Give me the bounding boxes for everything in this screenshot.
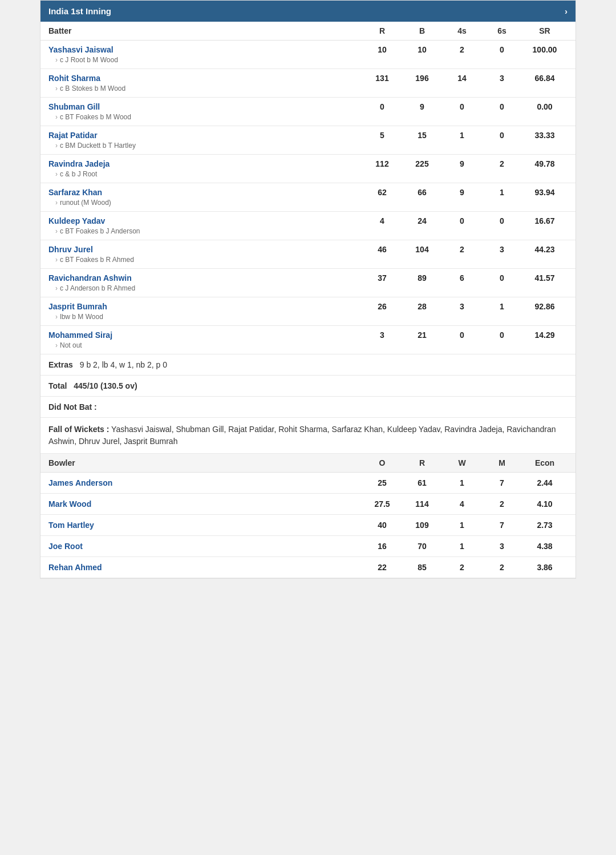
batter-name[interactable]: Shubman Gill [48,102,362,111]
batter-fours: 1 [442,131,482,140]
bowler-econ: 2.44 [522,478,568,487]
bowler-runs: 85 [402,563,442,572]
batter-balls: 104 [402,245,442,254]
col-6s: 6s [482,26,522,35]
table-row: Yashasvi Jaiswal 10 10 2 0 100.00 c J Ro… [40,41,576,69]
batter-name[interactable]: Dhruv Jurel [48,245,362,254]
col-b: B [402,26,442,35]
bowler-econ: 3.86 [522,563,568,572]
col-r-bowl: R [402,458,442,467]
table-row: Dhruv Jurel 46 104 2 3 44.23 c BT Foakes… [40,240,576,269]
batter-name[interactable]: Mohammed Siraj [48,330,362,340]
fow-row: Fall of Wickets : Yashasvi Jaiswal, Shub… [40,418,576,454]
batter-fours: 0 [442,216,482,225]
batter-sixes: 1 [482,188,522,197]
bowler-overs: 16 [362,542,402,551]
batter-name[interactable]: Ravichandran Ashwin [48,273,362,283]
batter-runs: 10 [362,45,402,54]
scorecard-header: India 1st Inning › [40,1,576,22]
batter-dismissal: c BT Foakes b M Wood [48,113,568,121]
extras-detail: b 2, lb 4, w 1, nb 2, p 0 [86,360,167,369]
batter-name[interactable]: Ravindra Jadeja [48,159,362,168]
bowler-overs: 40 [362,521,402,530]
table-row: Mark Wood 27.5 114 4 2 4.10 [40,494,576,515]
batter-runs: 0 [362,102,402,111]
table-row: James Anderson 25 61 1 7 2.44 [40,473,576,494]
bowler-runs: 70 [402,542,442,551]
total-score: 445/10 (130.5 ov) [74,381,137,390]
bowler-overs: 22 [362,563,402,572]
table-row: Jasprit Bumrah 26 28 3 1 92.86 lbw b M W… [40,297,576,326]
bowler-name[interactable]: Joe Root [48,542,362,551]
batter-runs: 131 [362,74,402,83]
table-row: Rehan Ahmed 22 85 2 2 3.86 [40,557,576,578]
batter-sixes: 0 [482,131,522,140]
total-row: Total 445/10 (130.5 ov) [40,376,576,397]
dnb-label: Did Not Bat : [48,402,97,412]
dnb-row: Did Not Bat : [40,397,576,418]
table-row: Ravichandran Ashwin 37 89 6 0 41.57 c J … [40,269,576,297]
batter-name[interactable]: Rohit Sharma [48,74,362,83]
batter-sixes: 0 [482,216,522,225]
header-arrow[interactable]: › [565,6,568,16]
table-row: Shubman Gill 0 9 0 0 0.00 c BT Foakes b … [40,98,576,126]
bowler-name[interactable]: Rehan Ahmed [48,563,362,572]
batter-sr: 16.67 [522,216,568,225]
bowler-maidens: 7 [482,521,522,530]
extras-total: 9 [80,360,84,369]
bowler-wickets: 2 [442,563,482,572]
innings-title: India 1st Inning [48,6,111,16]
batter-dismissal: c BT Foakes b R Ahmed [48,256,568,264]
table-row: Rohit Sharma 131 196 14 3 66.84 c B Stok… [40,69,576,98]
bowling-list: James Anderson 25 61 1 7 2.44 Mark Wood … [40,473,576,578]
batter-runs: 37 [362,273,402,283]
batter-fours: 0 [442,102,482,111]
bowler-name[interactable]: Mark Wood [48,499,362,509]
table-row: Rajat Patidar 5 15 1 0 33.33 c BM Ducket… [40,126,576,155]
batter-dismissal: c BT Foakes b J Anderson [48,227,568,235]
bowler-runs: 109 [402,521,442,530]
table-row: Kuldeep Yadav 4 24 0 0 16.67 c BT Foakes… [40,212,576,240]
batter-balls: 89 [402,273,442,283]
batter-sr: 0.00 [522,102,568,111]
batter-name[interactable]: Yashasvi Jaiswal [48,45,362,54]
batter-runs: 26 [362,302,402,311]
bowler-maidens: 3 [482,542,522,551]
bowler-runs: 61 [402,478,442,487]
bowler-econ: 4.38 [522,542,568,551]
batter-balls: 28 [402,302,442,311]
batter-sixes: 0 [482,330,522,340]
batting-list: Yashasvi Jaiswal 10 10 2 0 100.00 c J Ro… [40,41,576,354]
bowler-econ: 4.10 [522,499,568,509]
col-econ: Econ [522,458,568,467]
batter-dismissal: runout (M Wood) [48,199,568,207]
batter-balls: 66 [402,188,442,197]
batter-sr: 41.57 [522,273,568,283]
batting-column-headers: Batter R B 4s 6s SR [40,22,576,41]
batter-runs: 112 [362,159,402,168]
col-4s: 4s [442,26,482,35]
batter-sr: 49.78 [522,159,568,168]
scorecard: India 1st Inning › Batter R B 4s 6s SR Y… [40,0,576,579]
batter-name[interactable]: Rajat Patidar [48,131,362,140]
batter-fours: 2 [442,245,482,254]
bowler-runs: 114 [402,499,442,509]
batter-sixes: 0 [482,45,522,54]
batter-fours: 14 [442,74,482,83]
table-row: Ravindra Jadeja 112 225 9 2 49.78 c & b … [40,155,576,183]
batter-runs: 46 [362,245,402,254]
col-w: W [442,458,482,467]
bowler-wickets: 1 [442,521,482,530]
batter-dismissal: c B Stokes b M Wood [48,84,568,92]
total-label: Total [48,381,67,390]
batter-name[interactable]: Jasprit Bumrah [48,302,362,311]
table-row: Mohammed Siraj 3 21 0 0 14.29 Not out [40,326,576,354]
col-m: M [482,458,522,467]
batter-runs: 4 [362,216,402,225]
batter-name[interactable]: Sarfaraz Khan [48,188,362,197]
batter-name[interactable]: Kuldeep Yadav [48,216,362,225]
batter-sixes: 0 [482,102,522,111]
bowler-name[interactable]: Tom Hartley [48,521,362,530]
bowler-econ: 2.73 [522,521,568,530]
bowler-name[interactable]: James Anderson [48,478,362,487]
